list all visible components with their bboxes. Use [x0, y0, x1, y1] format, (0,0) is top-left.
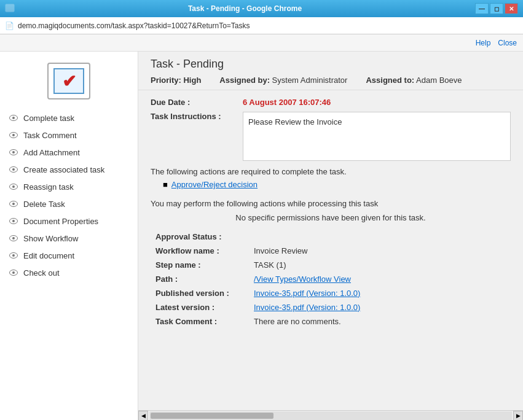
step-name-row: Step name : TASK (1) [151, 258, 511, 272]
sidebar-item-edit-document[interactable]: Edit document [0, 247, 138, 264]
published-version-label: Published version : [151, 286, 249, 300]
latest-version-row: Latest version : Invoice-35.pdf (Version… [151, 300, 511, 314]
svg-point-12 [12, 203, 15, 205]
approve-reject-item: ■ Approve/Reject decision [163, 180, 511, 193]
sidebar-label-complete-task: Complete task [23, 114, 74, 123]
due-date-value: 6 August 2007 16:07:46 [243, 98, 331, 107]
instructions-value: Please Review the Invoice [248, 117, 342, 126]
task-comment-label: Task Comment : [151, 314, 249, 329]
eye-icon-task-comment [9, 130, 18, 140]
sidebar-label-reassign-task: Reassign task [23, 182, 74, 192]
content-area: Task - Pending Priority: High Assigned b… [138, 52, 523, 420]
scroll-right-arrow[interactable]: ▶ [513, 411, 523, 421]
sidebar-label-delete-task: Delete Task [23, 200, 65, 209]
published-version-link[interactable]: Invoice-35.pdf (Version: 1.0.0) [254, 289, 360, 298]
sidebar-item-task-comment[interactable]: Task Comment [0, 126, 138, 144]
svg-rect-0 [6, 4, 14, 12]
sidebar-label-check-out: Check out [23, 268, 60, 278]
content-body: Task - Pending Priority: High Assigned b… [138, 52, 523, 410]
help-link[interactable]: Help [476, 39, 491, 47]
scroll-left-arrow[interactable]: ◀ [138, 411, 148, 421]
workflow-name-row: Workflow name : Invoice Review [151, 244, 511, 258]
step-name-label: Step name : [151, 258, 249, 272]
path-label: Path : [151, 272, 249, 286]
required-actions-text: The following actions are required to co… [151, 167, 511, 176]
sidebar-label-create-associated-task: Create associated task [23, 165, 104, 174]
due-date-row: Due Date : 6 August 2007 16:07:46 [151, 98, 511, 107]
eye-icon-create-associated-task [9, 165, 18, 174]
instructions-row: Task Instructions : Please Review the In… [151, 112, 511, 161]
latest-version-label: Latest version : [151, 300, 249, 314]
sidebar-item-show-workflow[interactable]: Show Workflow [0, 230, 138, 247]
path-link[interactable]: /View Types/Workflow View [254, 274, 351, 284]
approval-status-label: Approval Status : [151, 230, 249, 244]
logo-area: ✔ [0, 58, 138, 109]
sidebar-label-add-attachment: Add Attachment [23, 148, 80, 157]
approval-status-row: Approval Status : [151, 230, 511, 244]
assigned-by-value: System Administrator [272, 76, 348, 85]
permissions-text: No specific permissions have been given … [151, 213, 511, 222]
svg-point-6 [12, 151, 15, 154]
assigned-to-value: Adam Boeve [416, 76, 462, 85]
info-table: Approval Status : Workflow name : Invoic… [151, 230, 511, 329]
bullet-icon: ■ [163, 180, 168, 189]
optional-actions-text: You may perform the following actions wh… [151, 199, 511, 208]
assigned-to-meta: Assigned to: Adam Boeve [366, 76, 462, 85]
eye-icon-reassign-task [9, 182, 18, 192]
sidebar-item-add-attachment[interactable]: Add Attachment [0, 144, 138, 161]
svg-point-16 [12, 237, 15, 239]
restore-button[interactable]: ◻ [490, 3, 503, 14]
sidebar-item-document-properties[interactable]: Document Properties [0, 212, 138, 230]
approval-status-value [249, 230, 511, 244]
window-close-button[interactable]: ✕ [505, 3, 518, 14]
sidebar-label-show-workflow: Show Workflow [23, 234, 78, 243]
sidebar: ✔ Complete task Task Comment A [0, 52, 138, 420]
svg-point-2 [12, 117, 15, 119]
minimize-button[interactable]: — [475, 3, 489, 14]
workflow-name-value: Invoice Review [249, 244, 511, 258]
sidebar-item-check-out[interactable]: Check out [0, 264, 138, 281]
address-bar: 📄 demo.magiqdocuments.com/task.aspx?task… [0, 17, 523, 34]
svg-point-18 [12, 254, 15, 257]
eye-icon-complete-task [9, 113, 18, 123]
latest-version-link[interactable]: Invoice-35.pdf (Version: 1.0.0) [254, 303, 360, 312]
workflow-name-label: Workflow name : [151, 244, 249, 258]
step-name-value: TASK (1) [249, 258, 511, 272]
sidebar-item-reassign-task[interactable]: Reassign task [0, 178, 138, 195]
svg-point-20 [12, 271, 15, 274]
instructions-label: Task Instructions : [151, 112, 243, 161]
published-version-value: Invoice-35.pdf (Version: 1.0.0) [249, 286, 511, 300]
close-link[interactable]: Close [498, 39, 517, 47]
instructions-box: Please Review the Invoice [243, 112, 511, 161]
svg-point-10 [12, 185, 15, 188]
path-row: Path : /View Types/Workflow View [151, 272, 511, 286]
due-date-label: Due Date : [151, 98, 243, 107]
eye-icon-document-properties [9, 216, 18, 226]
scrollbar-thumb[interactable] [151, 413, 273, 419]
assigned-by-meta: Assigned by: System Administrator [219, 76, 347, 85]
task-details: Due Date : 6 August 2007 16:07:46 Task I… [138, 90, 523, 336]
eye-icon-delete-task [9, 199, 18, 209]
url-text: demo.magiqdocuments.com/task.aspx?taskid… [18, 21, 250, 30]
sidebar-item-delete-task[interactable]: Delete Task [0, 195, 138, 212]
priority-label: Priority: [151, 76, 181, 85]
priority-value: High [183, 76, 201, 85]
svg-point-8 [12, 168, 15, 171]
window-controls: — ◻ ✕ [475, 3, 518, 14]
eye-icon-check-out [9, 268, 18, 278]
window-title: Task - Pending - Google Chrome [188, 4, 302, 13]
task-comment-row: Task Comment : There are no comments. [151, 314, 511, 329]
scrollbar-track[interactable] [149, 411, 512, 420]
sidebar-item-create-associated-task[interactable]: Create associated task [0, 161, 138, 178]
assigned-to-label: Assigned to: [366, 76, 414, 85]
approve-reject-link[interactable]: Approve/Reject decision [171, 180, 258, 189]
horizontal-scrollbar[interactable]: ◀ ▶ [138, 410, 523, 420]
main-layout: ✔ Complete task Task Comment A [0, 52, 523, 420]
logo-inner: ✔ [53, 68, 84, 94]
sidebar-item-complete-task[interactable]: Complete task [0, 109, 138, 126]
task-meta: Priority: High Assigned by: System Admin… [151, 76, 511, 85]
logo-box: ✔ [47, 63, 90, 99]
latest-version-value: Invoice-35.pdf (Version: 1.0.0) [249, 300, 511, 314]
page-icon: 📄 [5, 21, 14, 30]
priority-meta: Priority: High [151, 76, 201, 85]
